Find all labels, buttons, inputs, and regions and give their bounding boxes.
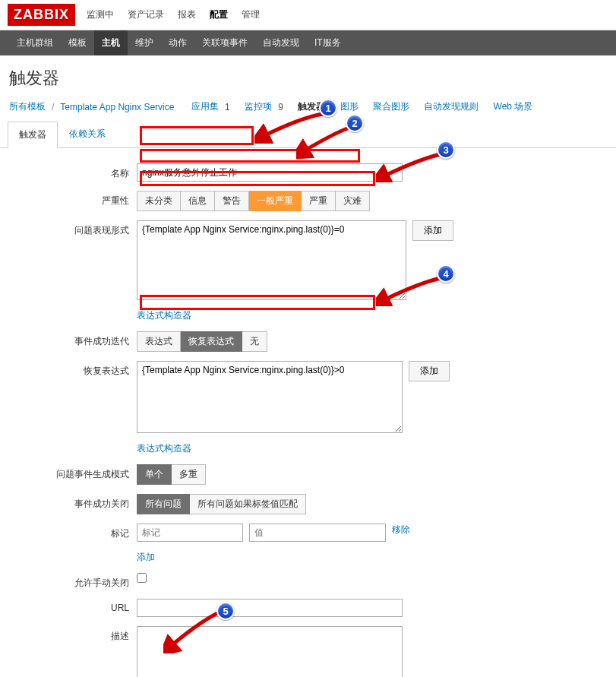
genmode-group: 单个 多重 — [137, 464, 206, 485]
subnav-templates[interactable]: 模板 — [61, 30, 94, 55]
crumb-items-count: 9 — [278, 102, 283, 112]
sev-high[interactable]: 严重 — [302, 191, 336, 211]
nav-reports[interactable]: 报表 — [178, 8, 196, 21]
name-input[interactable] — [137, 163, 403, 182]
page-title: 触发器 — [0, 55, 616, 96]
sev-warning[interactable]: 警告 — [215, 191, 249, 211]
tag-add-link[interactable]: 添加 — [137, 551, 155, 564]
expression-textarea[interactable]: {Template App Nginx Service:nginx.ping.l… — [137, 220, 406, 300]
annotation-badge-1: 1 — [319, 99, 337, 117]
trigger-form: 名称 严重性 未分类 信息 警告 一般严重 严重 灾难 问题表现形式 {Temp… — [0, 148, 616, 677]
okclose-iftag[interactable]: 所有问题如果标签值匹配 — [190, 494, 306, 514]
sev-disaster[interactable]: 灾难 — [336, 191, 370, 211]
crumb-apps-count: 1 — [225, 102, 230, 112]
genmode-label: 问题事件生成模式 — [9, 464, 137, 481]
description-textarea[interactable] — [137, 626, 403, 677]
crumb-items[interactable]: 监控项 — [245, 100, 272, 113]
subnav-discovery[interactable]: 自动发现 — [255, 30, 307, 55]
okclose-all[interactable]: 所有问题 — [137, 494, 190, 514]
top-menu: 监测中 资产记录 报表 配置 管理 — [87, 8, 260, 21]
recovery-add-button[interactable]: 添加 — [409, 361, 450, 381]
nav-monitoring[interactable]: 监测中 — [87, 8, 114, 21]
crumb-screens[interactable]: 聚合图形 — [373, 100, 409, 113]
annotation-badge-5: 5 — [216, 602, 235, 620]
okclose-label: 事件成功关闭 — [9, 494, 137, 511]
expression-builder-link[interactable]: 表达式构造器 — [137, 309, 191, 322]
event-gen-group: 表达式 恢复表达式 无 — [137, 331, 267, 352]
subnav-hostgroups[interactable]: 主机群组 — [9, 30, 61, 55]
tab-trigger[interactable]: 触发器 — [8, 122, 58, 148]
sev-info[interactable]: 信息 — [181, 191, 215, 211]
tab-dependencies[interactable]: 依赖关系 — [58, 121, 117, 147]
crumb-template[interactable]: Template App Nginx Service — [60, 102, 174, 112]
crumb-web[interactable]: Web 场景 — [494, 100, 533, 113]
tag-name-input[interactable] — [137, 524, 243, 542]
name-label: 名称 — [9, 163, 137, 180]
eventopt-expression[interactable]: 表达式 — [137, 331, 181, 352]
recovery-label: 恢复表达式 — [9, 361, 137, 378]
crumb-sep: / — [52, 102, 54, 112]
tabs: 触发器 依赖关系 — [0, 121, 616, 148]
logo[interactable]: ZABBIX — [8, 4, 75, 26]
annotation-badge-3: 3 — [437, 141, 455, 159]
subnav-itservices[interactable]: IT服务 — [307, 30, 349, 55]
subnav-actions[interactable]: 动作 — [161, 30, 194, 55]
sub-nav: 主机群组 模板 主机 维护 动作 关联项事件 自动发现 IT服务 — [0, 30, 616, 55]
manual-close-checkbox[interactable] — [137, 573, 147, 583]
annotation-badge-4: 4 — [437, 264, 455, 283]
url-input[interactable] — [137, 599, 403, 617]
genmode-single[interactable]: 单个 — [137, 464, 172, 485]
crumb-all-templates[interactable]: 所有模板 — [9, 100, 46, 113]
severity-group: 未分类 信息 警告 一般严重 严重 灾难 — [137, 191, 370, 211]
manual-close-label: 允许手动关闭 — [9, 573, 137, 590]
genmode-multiple[interactable]: 多重 — [172, 464, 206, 485]
expression-label: 问题表现形式 — [9, 220, 137, 237]
recovery-builder-link[interactable]: 表达式构造器 — [137, 442, 191, 455]
breadcrumb: 所有模板 / Template App Nginx Service 应用集 1 … — [0, 96, 616, 121]
recovery-textarea[interactable]: {Template App Nginx Service:nginx.ping.l… — [137, 361, 403, 433]
subnav-hosts[interactable]: 主机 — [94, 30, 128, 55]
crumb-apps[interactable]: 应用集 — [191, 100, 219, 113]
sev-average[interactable]: 一般严重 — [249, 191, 302, 211]
nav-inventory[interactable]: 资产记录 — [128, 8, 164, 21]
expression-add-button[interactable]: 添加 — [412, 220, 453, 241]
event-gen-label: 事件成功迭代 — [9, 331, 137, 348]
eventopt-recovery[interactable]: 恢复表达式 — [181, 331, 242, 352]
top-nav: ZABBIX 监测中 资产记录 报表 配置 管理 — [0, 0, 616, 30]
annotation-badge-2: 2 — [346, 114, 364, 132]
nav-config[interactable]: 配置 — [210, 8, 228, 21]
crumb-graphs[interactable]: 图形 — [340, 100, 359, 113]
tag-remove-link[interactable]: 移除 — [392, 524, 410, 536]
tag-value-input[interactable] — [249, 524, 386, 542]
desc-label: 描述 — [9, 626, 137, 643]
url-label: URL — [9, 599, 137, 613]
sev-unclassified[interactable]: 未分类 — [137, 191, 181, 211]
okclose-group: 所有问题 所有问题如果标签值匹配 — [137, 494, 306, 514]
tags-label: 标记 — [9, 524, 137, 540]
eventopt-none[interactable]: 无 — [242, 331, 267, 352]
crumb-discovery-rules[interactable]: 自动发现规则 — [424, 100, 479, 113]
subnav-maintenance[interactable]: 维护 — [128, 30, 161, 55]
nav-admin[interactable]: 管理 — [242, 8, 260, 21]
subnav-correlation[interactable]: 关联项事件 — [194, 30, 255, 55]
severity-label: 严重性 — [9, 191, 137, 207]
